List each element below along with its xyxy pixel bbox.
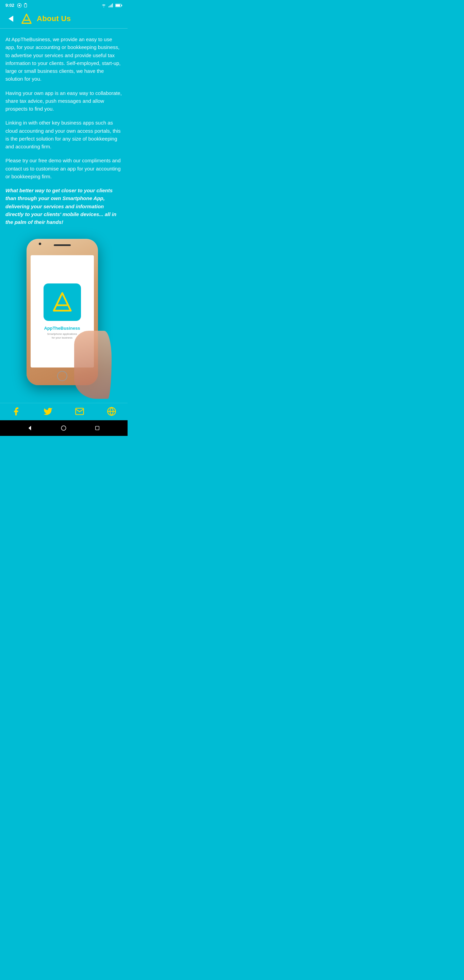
paragraph-4: Please try our free demo with our compli… [5,156,122,180]
phone-home-btn [57,371,67,381]
facebook-icon [11,407,21,416]
logo-svg [21,13,32,24]
svg-rect-5 [110,5,111,8]
phone-app-tagline: Smartphone applicationsfor your business [47,332,77,340]
paragraph-1: At AppTheBusiness, we provide an easy to… [5,35,122,83]
hand-silhouette [74,331,111,399]
twitter-nav-button[interactable] [38,407,58,416]
paragraph-3: Linking in with other key business apps … [5,119,122,150]
facebook-nav-button[interactable] [6,407,26,416]
svg-marker-13 [54,293,71,311]
phone-wrapper: AppTheBusiness Smartphone applicationsfo… [16,239,111,395]
paragraph-2: Having your own app is an easy way to co… [5,89,122,113]
svg-rect-10 [121,5,122,6]
back-button[interactable] [5,13,16,24]
svg-point-1 [19,5,21,6]
android-recents-button[interactable] [94,424,101,432]
status-bar-left: 9:02 [5,3,28,8]
status-bar-right [101,3,122,8]
android-back-button[interactable] [27,424,34,432]
time: 9:02 [5,3,14,8]
signal-icon [108,3,113,8]
page-title: About Us [37,14,71,23]
phone-mockup-container: AppTheBusiness Smartphone applicationsfo… [5,232,122,399]
svg-rect-7 [112,3,113,7]
svg-rect-2 [24,3,27,7]
svg-rect-3 [25,3,26,4]
android-home-icon [60,425,67,431]
phone-speaker [54,244,71,246]
bottom-nav [0,403,127,420]
android-recents-icon [95,425,100,431]
svg-rect-19 [95,426,99,430]
svg-rect-9 [116,4,120,6]
divider [0,28,127,29]
svg-rect-4 [108,6,109,7]
status-bar: 9:02 [0,0,127,9]
italic-bold-paragraph: What better way to get closer to your cl… [5,186,122,226]
back-arrow-icon [8,16,13,22]
phone-app-name: AppTheBusiness [44,326,80,331]
monitor-icon [17,3,22,8]
battery-icon [115,3,122,8]
svg-marker-17 [29,426,31,431]
content-area: At AppTheBusiness, we provide an easy to… [0,31,127,403]
top-bar: About Us [0,9,127,28]
wifi-icon [101,3,106,8]
android-home-button[interactable] [60,424,67,432]
app-icon-svg [50,290,74,314]
clipboard-icon [23,3,28,8]
svg-marker-11 [22,14,31,24]
email-nav-button[interactable] [69,407,90,416]
web-nav-button[interactable] [102,407,122,416]
svg-point-18 [62,426,66,431]
twitter-icon [43,407,53,416]
globe-icon [107,407,116,416]
app-icon-box [43,283,81,321]
svg-rect-6 [111,5,111,7]
android-back-icon [27,425,33,431]
phone-camera [39,243,41,245]
app-logo-icon [21,13,33,25]
android-nav [0,420,127,436]
email-icon [75,407,84,416]
